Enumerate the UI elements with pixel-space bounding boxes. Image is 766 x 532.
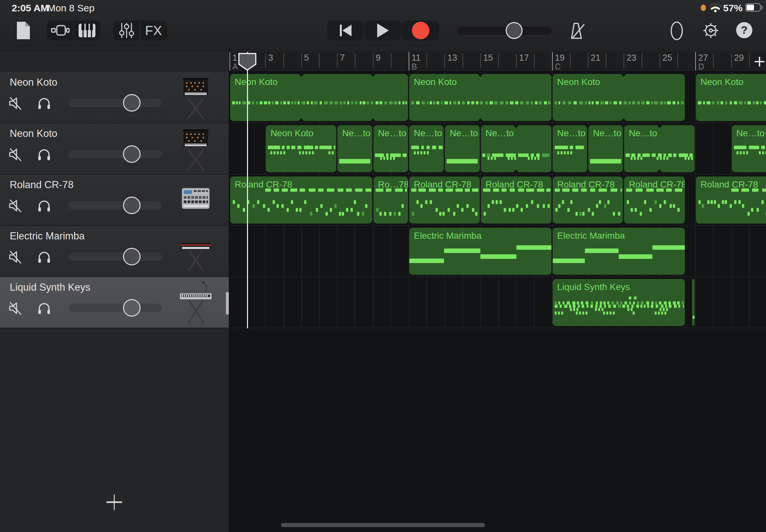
midi-note bbox=[343, 101, 346, 104]
loop-browser-button[interactable] bbox=[669, 20, 684, 43]
region-roland-cr-78[interactable]: Roland CR-78 bbox=[624, 176, 685, 224]
help-button[interactable]: ? bbox=[736, 21, 753, 40]
timeline-area[interactable]: Neon KotoNeon KotoNeon KotoNeon KotoNeon… bbox=[229, 52, 766, 532]
monitor-button[interactable] bbox=[37, 148, 51, 163]
track-volume-track[interactable] bbox=[68, 304, 162, 312]
midi-note bbox=[579, 311, 581, 315]
track-volume-knob[interactable] bbox=[123, 94, 140, 112]
playhead-handle[interactable] bbox=[238, 53, 257, 71]
track-volume-knob[interactable] bbox=[123, 299, 140, 317]
midi-note bbox=[314, 101, 317, 104]
region-ne-to[interactable]: Ne…to bbox=[732, 125, 766, 172]
track-volume-track[interactable] bbox=[68, 252, 162, 261]
instrument-view-button[interactable] bbox=[74, 20, 100, 41]
midi-note bbox=[379, 212, 382, 216]
track-header-4[interactable]: Electric Marimba bbox=[0, 226, 229, 277]
region-neon-koto[interactable]: Neon Koto bbox=[696, 74, 766, 121]
region-roland-cr-78[interactable]: Roland CR-78 bbox=[409, 176, 480, 224]
region-electric-marimba[interactable]: Electric Marimba bbox=[409, 228, 552, 275]
midi-note bbox=[485, 101, 488, 104]
song-document-button[interactable] bbox=[13, 20, 34, 41]
track-header-1[interactable]: Neon Koto bbox=[0, 72, 229, 123]
monitor-button[interactable] bbox=[37, 250, 51, 265]
settings-button[interactable] bbox=[701, 21, 721, 42]
rewind-button[interactable] bbox=[327, 20, 364, 41]
midi-note bbox=[559, 101, 561, 104]
region-ne-to[interactable]: Ne…to bbox=[337, 125, 372, 172]
loop-notch bbox=[514, 125, 519, 128]
instrument-thumbnail[interactable] bbox=[178, 74, 213, 122]
instrument-thumbnail[interactable] bbox=[178, 176, 213, 224]
track-volume-knob[interactable] bbox=[123, 145, 140, 163]
track-controls-button[interactable] bbox=[113, 20, 140, 41]
monitor-button[interactable] bbox=[37, 301, 51, 316]
instrument-thumbnail[interactable] bbox=[178, 125, 213, 173]
track-volume-knob[interactable] bbox=[123, 197, 140, 214]
region-ro-78[interactable]: Ro…78 bbox=[373, 176, 408, 224]
monitor-button[interactable] bbox=[37, 199, 51, 214]
bar-ruler[interactable]: 1357911131517192123252729ABCD bbox=[229, 52, 766, 72]
record-button[interactable] bbox=[402, 20, 439, 41]
midi-note bbox=[427, 146, 430, 149]
region-ne-to[interactable]: Ne…to bbox=[624, 125, 695, 172]
master-volume-track[interactable] bbox=[457, 27, 552, 35]
midi-note bbox=[675, 188, 682, 192]
midi-note bbox=[622, 305, 626, 308]
track-volume-track[interactable] bbox=[68, 99, 162, 107]
tracks-view-button[interactable] bbox=[47, 20, 74, 41]
midi-note bbox=[444, 248, 480, 253]
track-volume-track[interactable] bbox=[68, 150, 162, 158]
region-neon-koto[interactable]: Neon Koto bbox=[409, 74, 552, 121]
playhead-line[interactable] bbox=[247, 52, 248, 328]
region-ne-to[interactable]: Ne…to bbox=[553, 125, 587, 172]
add-track-button[interactable] bbox=[104, 492, 124, 512]
region-ne-to[interactable]: Ne…to bbox=[445, 125, 480, 172]
midi-note bbox=[362, 101, 365, 104]
horizontal-scrollbar[interactable] bbox=[281, 523, 485, 527]
monitor-button[interactable] bbox=[37, 96, 51, 111]
vertical-scrollbar[interactable] bbox=[226, 292, 229, 315]
mute-button[interactable] bbox=[8, 250, 23, 265]
midi-note bbox=[619, 101, 621, 104]
track-header-2[interactable]: Neon Koto bbox=[0, 123, 229, 175]
midi-note bbox=[283, 151, 285, 154]
instrument-thumbnail[interactable] bbox=[178, 279, 213, 327]
region-ne-to[interactable]: Ne…to bbox=[481, 125, 552, 172]
region-ne-to[interactable]: Ne…to bbox=[373, 125, 408, 172]
mute-button[interactable] bbox=[8, 96, 23, 111]
region-neon-koto[interactable]: Neon Koto bbox=[266, 125, 336, 172]
region-neon-koto[interactable]: Neon Koto bbox=[230, 74, 408, 121]
midi-note bbox=[521, 208, 523, 212]
instrument-thumbnail[interactable] bbox=[178, 228, 213, 276]
region-liquid-synth-keys[interactable]: Liquid Synth Keys bbox=[553, 279, 685, 326]
region-roland-cr-78[interactable]: Roland CR-78 bbox=[553, 176, 623, 224]
midi-note bbox=[734, 200, 736, 204]
midi-note bbox=[384, 101, 387, 104]
fx-button[interactable]: FX bbox=[140, 20, 167, 41]
add-section-button[interactable] bbox=[753, 52, 766, 71]
region-ne-to[interactable]: Ne…to bbox=[409, 125, 444, 172]
mute-button[interactable] bbox=[8, 301, 23, 316]
metronome-button[interactable] bbox=[567, 21, 585, 42]
track-volume-knob[interactable] bbox=[123, 248, 140, 265]
region-ne-to[interactable]: Ne…to bbox=[589, 125, 623, 172]
region-roland-cr-78[interactable]: Roland CR-78 bbox=[696, 176, 766, 224]
midi-note bbox=[515, 101, 519, 104]
bar-tick bbox=[695, 52, 696, 70]
track-volume-track[interactable] bbox=[68, 201, 162, 210]
midi-note bbox=[626, 188, 632, 192]
midi-note bbox=[302, 151, 304, 154]
track-header-5[interactable]: Liquid Synth Keys bbox=[0, 277, 229, 328]
midi-note bbox=[544, 101, 547, 104]
mute-button[interactable] bbox=[8, 199, 23, 214]
master-volume-knob[interactable] bbox=[506, 22, 523, 39]
region-fragment[interactable] bbox=[692, 279, 695, 326]
region-roland-cr-78[interactable]: Roland CR-78 bbox=[230, 176, 372, 224]
region-electric-marimba[interactable]: Electric Marimba bbox=[553, 228, 685, 275]
midi-note bbox=[621, 188, 622, 192]
region-roland-cr-78[interactable]: Roland CR-78 bbox=[481, 176, 552, 224]
play-button[interactable] bbox=[364, 20, 401, 41]
track-header-3[interactable]: Roland CR-78 bbox=[0, 175, 229, 226]
mute-button[interactable] bbox=[8, 148, 23, 163]
region-neon-koto[interactable]: Neon Koto bbox=[553, 74, 685, 121]
